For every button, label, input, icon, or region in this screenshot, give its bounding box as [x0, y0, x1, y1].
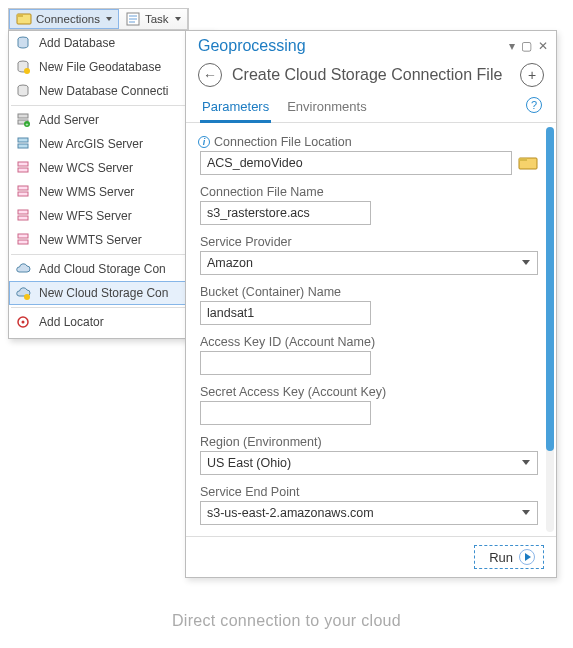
server-icon [15, 208, 31, 224]
region-select[interactable] [200, 451, 538, 475]
menu-item-add-database[interactable]: Add Database [9, 31, 213, 55]
play-icon [519, 549, 535, 565]
menu-item-label: New Database Connecti [39, 84, 168, 98]
locator-icon [15, 314, 31, 330]
field-label: Service End Point [200, 485, 299, 499]
menu-item-new-file-gdb[interactable]: New File Geodatabase [9, 55, 213, 79]
field-label: Connection File Location [214, 135, 352, 149]
run-label: Run [489, 550, 513, 565]
server-icon [15, 160, 31, 176]
menu-item-label: New WMTS Server [39, 233, 142, 247]
menu-item-new-wms-server[interactable]: New WMS Server [9, 180, 213, 204]
chevron-down-icon [175, 17, 181, 21]
scrollbar-thumb[interactable] [546, 127, 554, 451]
menu-item-label: New ArcGIS Server [39, 137, 143, 151]
menu-item-new-cloud-storage[interactable]: New Cloud Storage Con [9, 281, 213, 305]
tool-header: ← Create Cloud Storage Connection File + [186, 57, 556, 95]
window-buttons: ▾ ▢ ✕ [509, 39, 548, 53]
field-label: Bucket (Container) Name [200, 285, 341, 299]
svg-rect-1 [17, 14, 23, 17]
menu-item-new-arcgis-server[interactable]: New ArcGIS Server [9, 132, 213, 156]
panel-footer: Run [186, 536, 556, 577]
tool-title: Create Cloud Storage Connection File [232, 66, 510, 84]
svg-point-24 [24, 294, 30, 300]
connection-name-input[interactable] [200, 201, 371, 225]
tabs: Parameters Environments ? [186, 95, 556, 123]
access-key-input[interactable] [200, 351, 371, 375]
svg-text:+: + [26, 121, 29, 127]
geoprocessing-panel: Geoprocessing ▾ ▢ ✕ ← Create Cloud Stora… [185, 30, 557, 578]
scrollbar[interactable] [546, 127, 554, 532]
endpoint-input[interactable] [200, 501, 538, 525]
tab-parameters[interactable]: Parameters [200, 95, 271, 123]
maximize-icon[interactable]: ▢ [521, 39, 532, 53]
menu-item-new-wfs-server[interactable]: New WFS Server [9, 204, 213, 228]
add-button[interactable]: + [520, 63, 544, 87]
toolbar: Connections Task [8, 8, 189, 30]
menu-item-label: New Cloud Storage Con [39, 286, 168, 300]
svg-point-26 [22, 321, 25, 324]
task-icon [125, 11, 141, 27]
database-conn-icon [15, 83, 31, 99]
cloud-add-icon [15, 261, 31, 277]
menu-item-label: Add Cloud Storage Con [39, 262, 166, 276]
menu-item-label: Add Server [39, 113, 99, 127]
chevron-down-icon [106, 17, 112, 21]
tab-environments[interactable]: Environments [285, 95, 368, 122]
database-new-icon [15, 59, 31, 75]
svg-point-8 [24, 68, 30, 74]
connections-icon [16, 11, 32, 27]
menu-item-add-server[interactable]: + Add Server [9, 108, 213, 132]
server-add-icon: + [15, 112, 31, 128]
panel-titlebar: Geoprocessing ▾ ▢ ✕ [186, 31, 556, 57]
task-label: Task [145, 13, 169, 25]
service-provider-select[interactable] [200, 251, 538, 275]
menu-item-new-wmts-server[interactable]: New WMTS Server [9, 228, 213, 252]
field-label: Service Provider [200, 235, 292, 249]
bucket-name-input[interactable] [200, 301, 371, 325]
svg-rect-15 [18, 144, 28, 148]
menu-item-label: New WCS Server [39, 161, 133, 175]
connections-menu-button[interactable]: Connections [9, 9, 119, 29]
run-button[interactable]: Run [474, 545, 544, 569]
close-icon[interactable]: ✕ [538, 39, 548, 53]
server-icon [15, 136, 31, 152]
menu-item-new-wcs-server[interactable]: New WCS Server [9, 156, 213, 180]
help-icon[interactable]: ? [526, 97, 542, 113]
database-add-icon [15, 35, 31, 51]
svg-rect-21 [18, 216, 28, 220]
svg-rect-23 [18, 240, 28, 244]
task-menu-button[interactable]: Task [119, 9, 188, 29]
menu-item-label: New WMS Server [39, 185, 134, 199]
field-label: Region (Environment) [200, 435, 322, 449]
menu-item-add-locator[interactable]: Add Locator [9, 310, 213, 334]
connections-label: Connections [36, 13, 100, 25]
menu-item-add-cloud-storage[interactable]: Add Cloud Storage Con [9, 257, 213, 281]
connections-dropdown: Add Database New File Geodatabase New Da… [8, 30, 214, 339]
connection-location-input[interactable] [200, 151, 512, 175]
svg-rect-17 [18, 168, 28, 172]
form-area: i Connection File Location Connection Fi… [186, 123, 556, 536]
field-secret-key: Secret Access Key (Account Key) [200, 385, 538, 425]
svg-rect-28 [519, 158, 527, 161]
field-region: Region (Environment) [200, 435, 538, 475]
field-bucket-name: Bucket (Container) Name [200, 285, 538, 325]
back-button[interactable]: ← [198, 63, 222, 87]
server-icon [15, 232, 31, 248]
field-connection-location: i Connection File Location [200, 135, 538, 175]
autohide-icon[interactable]: ▾ [509, 39, 515, 53]
caption: Direct connection to your cloud [0, 612, 573, 630]
field-label: Connection File Name [200, 185, 324, 199]
menu-item-new-db-conn[interactable]: New Database Connecti [9, 79, 213, 103]
info-icon[interactable]: i [198, 136, 210, 148]
cloud-new-icon [15, 285, 31, 301]
menu-separator [11, 105, 211, 106]
browse-folder-icon[interactable] [518, 155, 538, 171]
menu-item-label: New File Geodatabase [39, 60, 161, 74]
menu-item-label: New WFS Server [39, 209, 132, 223]
field-label: Secret Access Key (Account Key) [200, 385, 386, 399]
menu-item-label: Add Locator [39, 315, 104, 329]
menu-item-label: Add Database [39, 36, 115, 50]
svg-rect-18 [18, 186, 28, 190]
secret-key-input[interactable] [200, 401, 371, 425]
